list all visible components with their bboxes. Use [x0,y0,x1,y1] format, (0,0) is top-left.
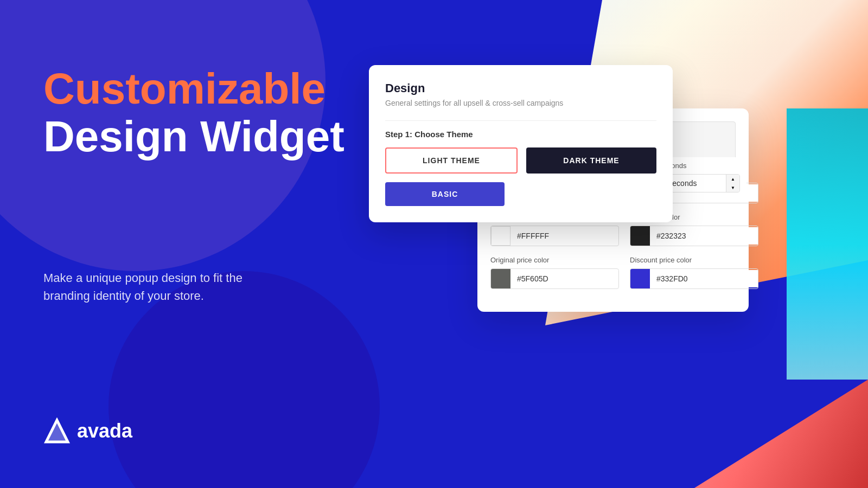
action-color-value[interactable] [510,227,618,245]
design-panel: Design General settings for all upsell &… [369,65,673,222]
bg-teal [787,108,868,380]
spinner-up-button[interactable]: ▲ [726,175,739,183]
headline-design: Design Widget [43,113,344,160]
spinner-down-button[interactable]: ▼ [726,183,739,192]
light-theme-button[interactable]: LIGHT THEME [385,147,518,174]
discount-price-color-field: Discount price color [630,256,758,289]
logo: avada [43,418,132,445]
theme-buttons-row: LIGHT THEME DARK THEME [385,147,656,174]
discount-price-color-input-row[interactable] [630,268,758,289]
svg-marker-1 [46,420,68,442]
discount-price-color-swatch[interactable] [630,269,650,288]
action-text-color-swatch[interactable] [630,226,650,246]
logo-text: avada [77,420,132,442]
discount-price-color-label: Discount price color [630,256,758,264]
action-color-input-row[interactable] [490,226,619,246]
hero-content: Customizable Design Widget Make a unique… [43,65,344,305]
original-price-color-label: Original price color [490,256,619,264]
action-text-color-input-row[interactable] [630,226,758,246]
original-price-color-input-row[interactable] [490,268,619,289]
action-color-swatch[interactable] [491,226,510,246]
seconds-spinner[interactable]: ▲ ▼ [726,175,739,192]
avada-logo-icon [43,418,71,445]
panel-subtitle: General settings for all upsell & cross-… [385,99,656,107]
headline-customizable: Customizable [43,65,344,113]
step-label: Step 1: Choose Theme [385,120,656,139]
original-price-color-swatch[interactable] [491,269,510,288]
hero-subtitle: Make a unique popup design to fit the br… [43,269,271,305]
dark-theme-button[interactable]: DARK THEME [526,147,656,174]
action-text-color-value[interactable] [650,227,758,245]
discount-price-color-value[interactable] [650,270,758,287]
color-row-3: Original price color Discount price colo… [490,256,736,289]
original-price-color-value[interactable] [510,270,618,287]
original-price-color-field: Original price color [490,256,619,289]
panel-title: Design [385,81,656,95]
basic-button[interactable]: BASIC [385,182,505,206]
bg-bottom-right [651,380,868,488]
